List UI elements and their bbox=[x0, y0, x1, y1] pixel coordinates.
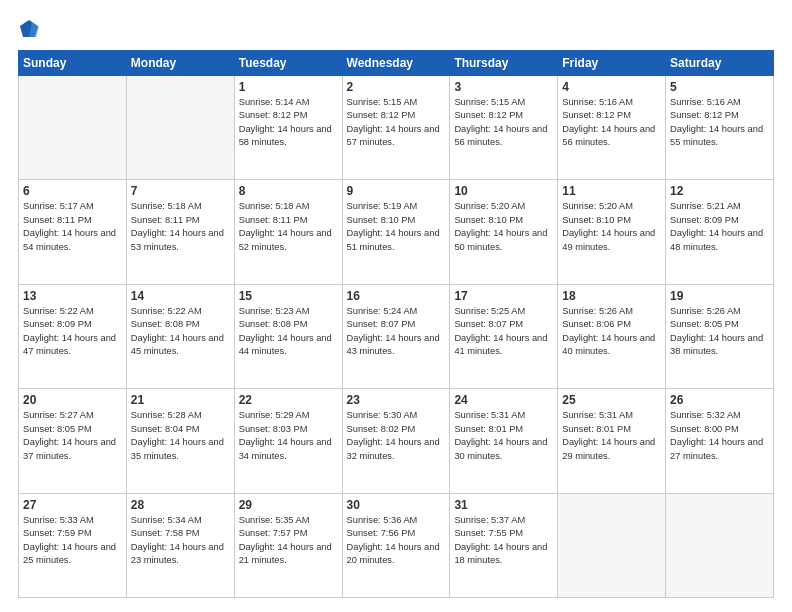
daylight-text: Daylight: 14 hours and 25 minutes. bbox=[23, 542, 116, 565]
daylight-text: Daylight: 14 hours and 56 minutes. bbox=[454, 124, 547, 147]
sunrise-text: Sunrise: 5:15 AM bbox=[347, 97, 418, 107]
day-info: Sunrise: 5:14 AMSunset: 8:12 PMDaylight:… bbox=[239, 96, 338, 150]
day-number: 24 bbox=[454, 393, 553, 407]
sunset-text: Sunset: 8:12 PM bbox=[670, 110, 739, 120]
sunset-text: Sunset: 7:59 PM bbox=[23, 528, 92, 538]
day-info: Sunrise: 5:32 AMSunset: 8:00 PMDaylight:… bbox=[670, 409, 769, 463]
sunrise-text: Sunrise: 5:22 AM bbox=[131, 306, 202, 316]
sunset-text: Sunset: 8:08 PM bbox=[131, 319, 200, 329]
day-number: 8 bbox=[239, 184, 338, 198]
day-info: Sunrise: 5:29 AMSunset: 8:03 PMDaylight:… bbox=[239, 409, 338, 463]
day-info: Sunrise: 5:35 AMSunset: 7:57 PMDaylight:… bbox=[239, 514, 338, 568]
calendar-week-2: 6Sunrise: 5:17 AMSunset: 8:11 PMDaylight… bbox=[19, 180, 774, 284]
day-info: Sunrise: 5:22 AMSunset: 8:08 PMDaylight:… bbox=[131, 305, 230, 359]
sunrise-text: Sunrise: 5:18 AM bbox=[131, 201, 202, 211]
day-info: Sunrise: 5:36 AMSunset: 7:56 PMDaylight:… bbox=[347, 514, 446, 568]
sunset-text: Sunset: 7:57 PM bbox=[239, 528, 308, 538]
calendar-cell: 8Sunrise: 5:18 AMSunset: 8:11 PMDaylight… bbox=[234, 180, 342, 284]
weekday-header-saturday: Saturday bbox=[666, 51, 774, 76]
weekday-header-tuesday: Tuesday bbox=[234, 51, 342, 76]
sunset-text: Sunset: 8:04 PM bbox=[131, 424, 200, 434]
calendar-cell: 11Sunrise: 5:20 AMSunset: 8:10 PMDayligh… bbox=[558, 180, 666, 284]
day-info: Sunrise: 5:15 AMSunset: 8:12 PMDaylight:… bbox=[454, 96, 553, 150]
sunrise-text: Sunrise: 5:15 AM bbox=[454, 97, 525, 107]
calendar-cell bbox=[19, 76, 127, 180]
calendar-week-3: 13Sunrise: 5:22 AMSunset: 8:09 PMDayligh… bbox=[19, 284, 774, 388]
calendar-cell: 7Sunrise: 5:18 AMSunset: 8:11 PMDaylight… bbox=[126, 180, 234, 284]
day-info: Sunrise: 5:24 AMSunset: 8:07 PMDaylight:… bbox=[347, 305, 446, 359]
sunrise-text: Sunrise: 5:16 AM bbox=[670, 97, 741, 107]
calendar-body: 1Sunrise: 5:14 AMSunset: 8:12 PMDaylight… bbox=[19, 76, 774, 598]
day-number: 30 bbox=[347, 498, 446, 512]
sunrise-text: Sunrise: 5:25 AM bbox=[454, 306, 525, 316]
day-info: Sunrise: 5:26 AMSunset: 8:06 PMDaylight:… bbox=[562, 305, 661, 359]
sunset-text: Sunset: 8:07 PM bbox=[347, 319, 416, 329]
day-number: 5 bbox=[670, 80, 769, 94]
day-number: 12 bbox=[670, 184, 769, 198]
calendar-cell bbox=[666, 493, 774, 597]
day-number: 13 bbox=[23, 289, 122, 303]
weekday-header-thursday: Thursday bbox=[450, 51, 558, 76]
day-number: 6 bbox=[23, 184, 122, 198]
sunset-text: Sunset: 8:10 PM bbox=[562, 215, 631, 225]
calendar-cell: 17Sunrise: 5:25 AMSunset: 8:07 PMDayligh… bbox=[450, 284, 558, 388]
sunset-text: Sunset: 8:05 PM bbox=[23, 424, 92, 434]
sunrise-text: Sunrise: 5:33 AM bbox=[23, 515, 94, 525]
sunrise-text: Sunrise: 5:29 AM bbox=[239, 410, 310, 420]
sunrise-text: Sunrise: 5:22 AM bbox=[23, 306, 94, 316]
daylight-text: Daylight: 14 hours and 35 minutes. bbox=[131, 437, 224, 460]
sunset-text: Sunset: 8:12 PM bbox=[454, 110, 523, 120]
daylight-text: Daylight: 14 hours and 58 minutes. bbox=[239, 124, 332, 147]
weekday-row: SundayMondayTuesdayWednesdayThursdayFrid… bbox=[19, 51, 774, 76]
day-number: 31 bbox=[454, 498, 553, 512]
day-info: Sunrise: 5:27 AMSunset: 8:05 PMDaylight:… bbox=[23, 409, 122, 463]
calendar-cell: 15Sunrise: 5:23 AMSunset: 8:08 PMDayligh… bbox=[234, 284, 342, 388]
sunset-text: Sunset: 8:11 PM bbox=[23, 215, 92, 225]
logo bbox=[18, 18, 44, 40]
day-info: Sunrise: 5:17 AMSunset: 8:11 PMDaylight:… bbox=[23, 200, 122, 254]
sunset-text: Sunset: 8:11 PM bbox=[239, 215, 308, 225]
day-info: Sunrise: 5:16 AMSunset: 8:12 PMDaylight:… bbox=[670, 96, 769, 150]
day-number: 27 bbox=[23, 498, 122, 512]
day-info: Sunrise: 5:22 AMSunset: 8:09 PMDaylight:… bbox=[23, 305, 122, 359]
weekday-header-sunday: Sunday bbox=[19, 51, 127, 76]
sunset-text: Sunset: 8:09 PM bbox=[23, 319, 92, 329]
calendar-cell: 10Sunrise: 5:20 AMSunset: 8:10 PMDayligh… bbox=[450, 180, 558, 284]
logo-icon bbox=[18, 18, 40, 40]
day-info: Sunrise: 5:15 AMSunset: 8:12 PMDaylight:… bbox=[347, 96, 446, 150]
sunrise-text: Sunrise: 5:27 AM bbox=[23, 410, 94, 420]
sunrise-text: Sunrise: 5:26 AM bbox=[670, 306, 741, 316]
day-number: 7 bbox=[131, 184, 230, 198]
day-info: Sunrise: 5:19 AMSunset: 8:10 PMDaylight:… bbox=[347, 200, 446, 254]
sunrise-text: Sunrise: 5:26 AM bbox=[562, 306, 633, 316]
day-info: Sunrise: 5:25 AMSunset: 8:07 PMDaylight:… bbox=[454, 305, 553, 359]
daylight-text: Daylight: 14 hours and 37 minutes. bbox=[23, 437, 116, 460]
calendar-cell: 20Sunrise: 5:27 AMSunset: 8:05 PMDayligh… bbox=[19, 389, 127, 493]
daylight-text: Daylight: 14 hours and 54 minutes. bbox=[23, 228, 116, 251]
sunset-text: Sunset: 8:08 PM bbox=[239, 319, 308, 329]
sunrise-text: Sunrise: 5:20 AM bbox=[562, 201, 633, 211]
calendar-cell: 6Sunrise: 5:17 AMSunset: 8:11 PMDaylight… bbox=[19, 180, 127, 284]
calendar-cell: 16Sunrise: 5:24 AMSunset: 8:07 PMDayligh… bbox=[342, 284, 450, 388]
day-info: Sunrise: 5:34 AMSunset: 7:58 PMDaylight:… bbox=[131, 514, 230, 568]
daylight-text: Daylight: 14 hours and 18 minutes. bbox=[454, 542, 547, 565]
calendar-cell bbox=[558, 493, 666, 597]
daylight-text: Daylight: 14 hours and 47 minutes. bbox=[23, 333, 116, 356]
daylight-text: Daylight: 14 hours and 40 minutes. bbox=[562, 333, 655, 356]
sunrise-text: Sunrise: 5:36 AM bbox=[347, 515, 418, 525]
calendar-cell bbox=[126, 76, 234, 180]
calendar-cell: 14Sunrise: 5:22 AMSunset: 8:08 PMDayligh… bbox=[126, 284, 234, 388]
day-info: Sunrise: 5:26 AMSunset: 8:05 PMDaylight:… bbox=[670, 305, 769, 359]
calendar-cell: 2Sunrise: 5:15 AMSunset: 8:12 PMDaylight… bbox=[342, 76, 450, 180]
daylight-text: Daylight: 14 hours and 32 minutes. bbox=[347, 437, 440, 460]
daylight-text: Daylight: 14 hours and 21 minutes. bbox=[239, 542, 332, 565]
day-number: 26 bbox=[670, 393, 769, 407]
sunset-text: Sunset: 8:03 PM bbox=[239, 424, 308, 434]
day-info: Sunrise: 5:23 AMSunset: 8:08 PMDaylight:… bbox=[239, 305, 338, 359]
daylight-text: Daylight: 14 hours and 49 minutes. bbox=[562, 228, 655, 251]
sunrise-text: Sunrise: 5:20 AM bbox=[454, 201, 525, 211]
calendar-cell: 24Sunrise: 5:31 AMSunset: 8:01 PMDayligh… bbox=[450, 389, 558, 493]
sunset-text: Sunset: 8:00 PM bbox=[670, 424, 739, 434]
day-number: 18 bbox=[562, 289, 661, 303]
sunrise-text: Sunrise: 5:14 AM bbox=[239, 97, 310, 107]
